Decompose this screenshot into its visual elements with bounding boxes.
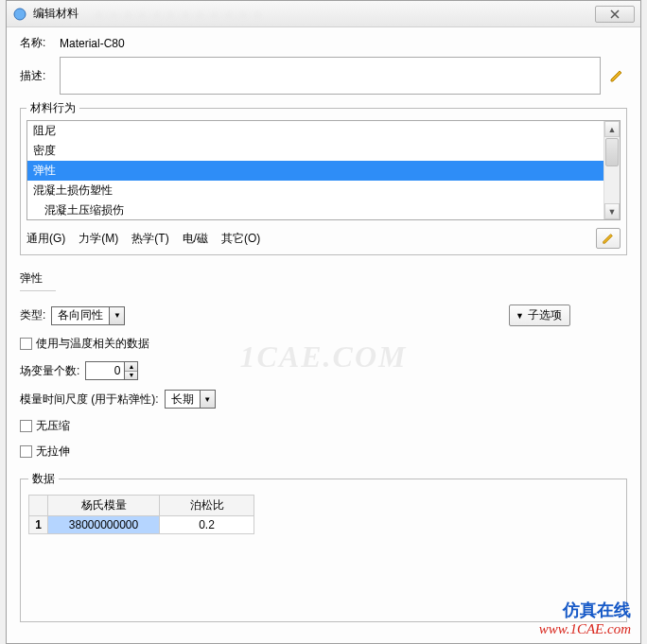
tab-em[interactable]: 电/磁 bbox=[183, 231, 208, 247]
material-behavior-group: 材料行为 阻尼 密度 弹性 混凝土损伤塑性 混凝土压缩损伤 ▲ ▼ 通用(G) … bbox=[20, 100, 627, 255]
footer-brand: 仿真在线 www.1CAE.com bbox=[539, 599, 631, 637]
spinner-up[interactable]: ▲ bbox=[125, 362, 137, 372]
modulus-time-label: 模量时间尺度 (用于粘弹性): bbox=[20, 392, 159, 408]
description-row: 描述: bbox=[20, 57, 627, 95]
type-label: 类型: bbox=[20, 307, 45, 323]
elastic-form: 类型: 各向同性 ▼ ▼ 子选项 使用与温度相关的数据 场变量个数: bbox=[20, 305, 627, 622]
chevron-down-icon: ▼ bbox=[516, 311, 524, 321]
no-tension-checkbox[interactable] bbox=[20, 445, 32, 458]
name-row: 名称: Material-C80 bbox=[20, 35, 627, 51]
menubar-blur: · · · · · · · · · · · · bbox=[97, 7, 263, 21]
chevron-down-icon: ▼ bbox=[109, 307, 124, 324]
edit-behavior-button[interactable] bbox=[596, 228, 621, 249]
data-group: 数据 杨氏模量 泊松比 1 38000000000 0.2 bbox=[20, 471, 627, 622]
behavior-listbox[interactable]: 阻尼 密度 弹性 混凝土损伤塑性 混凝土压缩损伤 ▲ ▼ bbox=[26, 120, 621, 220]
data-table[interactable]: 杨氏模量 泊松比 1 38000000000 0.2 bbox=[28, 495, 254, 534]
col-youngs-modulus[interactable]: 杨氏模量 bbox=[48, 496, 160, 516]
row-index[interactable]: 1 bbox=[29, 516, 48, 534]
name-value: Material-C80 bbox=[60, 37, 125, 50]
listbox-scrollbar[interactable]: ▲ ▼ bbox=[603, 121, 620, 219]
close-icon bbox=[610, 9, 620, 19]
use-temp-checkbox[interactable] bbox=[20, 338, 32, 350]
behavior-item-density[interactable]: 密度 bbox=[27, 141, 620, 161]
sub-option-label: 子选项 bbox=[528, 307, 562, 323]
table-header-row: 杨氏模量 泊松比 bbox=[29, 496, 254, 516]
cell-poisson-ratio[interactable]: 0.2 bbox=[160, 516, 254, 534]
use-temp-row: 使用与温度相关的数据 bbox=[20, 336, 627, 352]
field-vars-row: 场变量个数: ▲ ▼ bbox=[20, 361, 627, 380]
behavior-item-compression-damage[interactable]: 混凝土压缩损伤 bbox=[27, 200, 620, 220]
tab-general[interactable]: 通用(G) bbox=[26, 231, 65, 247]
col-poisson-ratio[interactable]: 泊松比 bbox=[160, 496, 254, 516]
behavior-item-damping[interactable]: 阻尼 bbox=[27, 121, 620, 141]
tab-other[interactable]: 其它(O) bbox=[221, 231, 260, 247]
scroll-down-button[interactable]: ▼ bbox=[604, 203, 620, 219]
edit-description-button[interactable] bbox=[606, 65, 627, 86]
no-compression-label: 无压缩 bbox=[36, 418, 70, 434]
description-label: 描述: bbox=[20, 68, 56, 84]
sub-option-button[interactable]: ▼ 子选项 bbox=[509, 305, 570, 326]
section-title: 弹性 bbox=[20, 270, 56, 291]
cell-youngs-modulus[interactable]: 38000000000 bbox=[48, 516, 160, 534]
field-vars-spinner[interactable]: ▲ ▼ bbox=[85, 361, 138, 380]
tab-thermal[interactable]: 热学(T) bbox=[131, 231, 168, 247]
svg-point-0 bbox=[14, 9, 26, 20]
chevron-down-icon: ▼ bbox=[200, 391, 215, 408]
type-row: 类型: 各向同性 ▼ ▼ 子选项 bbox=[20, 305, 627, 326]
table-row[interactable]: 1 38000000000 0.2 bbox=[29, 516, 254, 534]
modulus-time-row: 模量时间尺度 (用于粘弹性): 长期 ▼ bbox=[20, 390, 627, 409]
table-corner bbox=[29, 496, 48, 516]
close-button[interactable] bbox=[595, 6, 635, 23]
scroll-up-button[interactable]: ▲ bbox=[604, 121, 620, 137]
modulus-time-value: 长期 bbox=[166, 392, 200, 408]
category-tabs: 通用(G) 力学(M) 热学(T) 电/磁 其它(O) bbox=[26, 228, 621, 249]
no-compression-checkbox[interactable] bbox=[20, 420, 32, 432]
dialog-content: 1CAE.COM 名称: Material-C80 描述: 材料行为 阻尼 密度… bbox=[7, 27, 640, 643]
data-legend: 数据 bbox=[28, 471, 59, 487]
scroll-thumb[interactable] bbox=[605, 138, 619, 166]
no-compression-row: 无压缩 bbox=[20, 418, 627, 434]
spinner-down[interactable]: ▼ bbox=[125, 372, 137, 380]
brand-url: www.1CAE.com bbox=[539, 621, 631, 637]
tab-mechanical[interactable]: 力学(M) bbox=[79, 231, 118, 247]
dialog-window: 编辑材料 · · · · · · · · · · · · 1CAE.COM 名称… bbox=[6, 0, 641, 644]
field-vars-input[interactable] bbox=[86, 362, 124, 379]
behavior-item-elasticity[interactable]: 弹性 bbox=[27, 161, 620, 181]
pencil-icon bbox=[602, 232, 615, 245]
use-temp-label: 使用与温度相关的数据 bbox=[36, 336, 149, 352]
behavior-item-cdp[interactable]: 混凝土损伤塑性 bbox=[27, 181, 620, 200]
type-value: 各向同性 bbox=[52, 307, 109, 323]
description-input[interactable] bbox=[60, 57, 601, 95]
no-tension-label: 无拉伸 bbox=[36, 444, 70, 460]
field-vars-label: 场变量个数: bbox=[20, 363, 79, 379]
name-label: 名称: bbox=[20, 35, 56, 51]
window-title: 编辑材料 bbox=[33, 6, 79, 22]
material-behavior-legend: 材料行为 bbox=[26, 100, 79, 116]
pencil-icon bbox=[609, 68, 624, 83]
brand-zh: 仿真在线 bbox=[539, 599, 631, 621]
modulus-time-select[interactable]: 长期 ▼ bbox=[165, 390, 216, 409]
titlebar: 编辑材料 · · · · · · · · · · · · bbox=[7, 1, 640, 27]
type-select[interactable]: 各向同性 ▼ bbox=[51, 306, 125, 325]
app-icon bbox=[12, 7, 27, 22]
no-tension-row: 无拉伸 bbox=[20, 444, 627, 460]
